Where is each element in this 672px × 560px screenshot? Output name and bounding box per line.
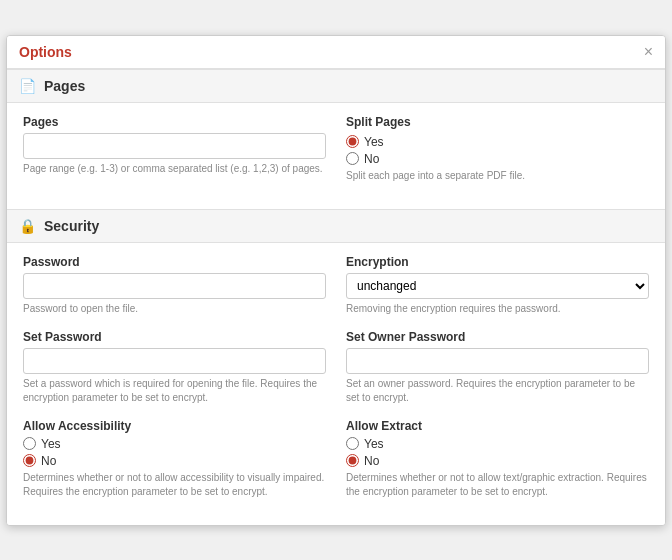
split-pages-yes-option[interactable]: Yes	[346, 135, 649, 149]
extract-no-option[interactable]: No	[346, 454, 649, 468]
accessibility-yes-label: Yes	[41, 437, 61, 451]
accessibility-no-option[interactable]: No	[23, 454, 326, 468]
encryption-group: Encryption unchanged none 40bit 128bit R…	[346, 255, 649, 316]
set-password-hint: Set a password which is required for ope…	[23, 377, 326, 405]
set-owner-password-label: Set Owner Password	[346, 330, 649, 344]
encryption-select[interactable]: unchanged none 40bit 128bit	[346, 273, 649, 299]
allow-extract-radio-group: Yes No	[346, 437, 649, 468]
security-section-header: 🔒 Security	[7, 209, 665, 243]
set-password-label: Set Password	[23, 330, 326, 344]
dialog-header: Options ×	[7, 36, 665, 69]
extract-yes-label: Yes	[364, 437, 384, 451]
pages-row: Pages Page range (e.g. 1-3) or comma sep…	[23, 115, 649, 183]
split-pages-no-radio[interactable]	[346, 152, 359, 165]
allow-extract-group: Allow Extract Yes No Determines whether …	[346, 419, 649, 499]
pages-icon: 📄	[19, 78, 36, 94]
set-owner-password-input[interactable]	[346, 348, 649, 374]
extract-no-label: No	[364, 454, 379, 468]
encryption-hint: Removing the encryption requires the pas…	[346, 302, 649, 316]
split-pages-group: Split Pages Yes No Split each page into …	[346, 115, 649, 183]
security-section-title: Security	[44, 218, 99, 234]
pages-label: Pages	[23, 115, 326, 129]
set-owner-password-group: Set Owner Password Set an owner password…	[346, 330, 649, 405]
password-group: Password Password to open the file.	[23, 255, 326, 316]
pages-hint: Page range (e.g. 1-3) or comma separated…	[23, 162, 326, 176]
extract-yes-radio[interactable]	[346, 437, 359, 450]
security-row-2: Set Password Set a password which is req…	[23, 330, 649, 405]
split-pages-no-option[interactable]: No	[346, 152, 649, 166]
security-icon: 🔒	[19, 218, 36, 234]
allow-accessibility-label: Allow Accessibility	[23, 419, 326, 433]
split-pages-label: Split Pages	[346, 115, 649, 129]
set-owner-password-hint: Set an owner password. Requires the encr…	[346, 377, 649, 405]
extract-yes-option[interactable]: Yes	[346, 437, 649, 451]
security-section-body: Password Password to open the file. Encr…	[7, 243, 665, 525]
split-pages-yes-label: Yes	[364, 135, 384, 149]
security-row-3: Allow Accessibility Yes No Determines wh…	[23, 419, 649, 499]
pages-input[interactable]	[23, 133, 326, 159]
split-pages-yes-radio[interactable]	[346, 135, 359, 148]
split-pages-hint: Split each page into a separate PDF file…	[346, 169, 649, 183]
password-hint: Password to open the file.	[23, 302, 326, 316]
allow-accessibility-radio-group: Yes No	[23, 437, 326, 468]
set-password-input[interactable]	[23, 348, 326, 374]
split-pages-radio-group: Yes No	[346, 135, 649, 166]
options-dialog: Options × 📄 Pages Pages Page range (e.g.…	[6, 35, 666, 526]
close-button[interactable]: ×	[644, 44, 653, 60]
extract-no-radio[interactable]	[346, 454, 359, 467]
encryption-label: Encryption	[346, 255, 649, 269]
accessibility-no-radio[interactable]	[23, 454, 36, 467]
password-label: Password	[23, 255, 326, 269]
allow-extract-hint: Determines whether or not to allow text/…	[346, 471, 649, 499]
accessibility-yes-option[interactable]: Yes	[23, 437, 326, 451]
accessibility-yes-radio[interactable]	[23, 437, 36, 450]
pages-section-title: Pages	[44, 78, 85, 94]
password-input[interactable]	[23, 273, 326, 299]
allow-accessibility-group: Allow Accessibility Yes No Determines wh…	[23, 419, 326, 499]
dialog-title: Options	[19, 44, 72, 60]
allow-extract-label: Allow Extract	[346, 419, 649, 433]
pages-section-body: Pages Page range (e.g. 1-3) or comma sep…	[7, 103, 665, 209]
accessibility-no-label: No	[41, 454, 56, 468]
pages-field-group: Pages Page range (e.g. 1-3) or comma sep…	[23, 115, 326, 183]
set-password-group: Set Password Set a password which is req…	[23, 330, 326, 405]
allow-accessibility-hint: Determines whether or not to allow acces…	[23, 471, 326, 499]
split-pages-no-label: No	[364, 152, 379, 166]
security-row-1: Password Password to open the file. Encr…	[23, 255, 649, 316]
pages-section-header: 📄 Pages	[7, 69, 665, 103]
